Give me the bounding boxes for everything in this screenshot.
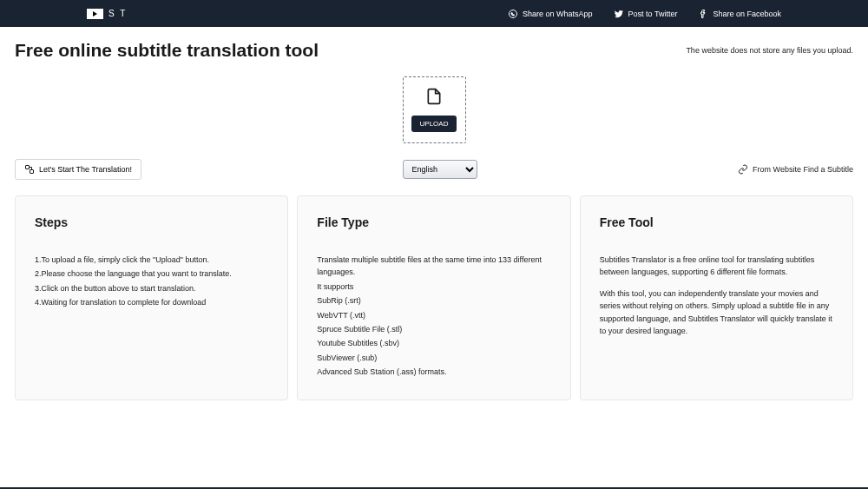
logo-text: S T: [108, 9, 127, 18]
freetool-p1: Subtitles Translator is a free online to…: [600, 254, 833, 279]
facebook-icon: [698, 9, 708, 19]
filetype-card: File Type Translate multiple subtitle fi…: [297, 195, 570, 400]
svg-rect-2: [30, 170, 34, 174]
upload-button[interactable]: UPLOAD: [411, 116, 457, 132]
step-item: 4.Waiting for translation to complete fo…: [35, 296, 268, 308]
cards-row: Steps 1.To upload a file, simply click t…: [15, 195, 853, 400]
find-subtitle-label: From Website Find a Subtitle: [753, 165, 853, 174]
start-button-label: Let's Start The Translation!: [39, 165, 132, 174]
translate-icon: [24, 164, 35, 175]
format-item: WebVTT (.vtt): [317, 309, 550, 321]
logo-play-icon: [87, 9, 103, 19]
format-item: Advanced Sub Station (.ass) formats.: [317, 366, 550, 378]
share-whatsapp-label: Share on WhatsApp: [523, 10, 593, 18]
filetype-intro: Translate multiple subtitle files at the…: [317, 254, 550, 279]
post-twitter-button[interactable]: Post to Twitter: [614, 9, 678, 19]
header-share-group: Share on WhatsApp Post to Twitter Share …: [508, 9, 781, 19]
find-subtitle-link[interactable]: From Website Find a Subtitle: [738, 164, 853, 175]
freetool-content: Subtitles Translator is a free online to…: [600, 254, 833, 337]
format-item: SubViewer (.sub): [317, 352, 550, 364]
upload-dropzone[interactable]: UPLOAD: [403, 76, 466, 143]
filetype-content: Translate multiple subtitle files at the…: [317, 254, 550, 379]
svg-point-0: [510, 10, 517, 17]
upload-area: UPLOAD: [15, 76, 853, 143]
whatsapp-icon: [508, 9, 518, 19]
storage-note: The website does not store any files you…: [686, 46, 853, 55]
step-item: 2.Please choose the language that you wa…: [35, 268, 268, 280]
filetype-title: File Type: [317, 215, 550, 229]
main-content: Free online subtitle translation tool Th…: [0, 27, 868, 435]
format-item: SubRip (.srt): [317, 294, 550, 307]
step-item: 3.Click on the button above to start tra…: [35, 282, 268, 294]
file-icon: [425, 88, 443, 109]
freetool-p2: With this tool, you can independently tr…: [600, 287, 833, 338]
freetool-title: Free Tool: [600, 215, 833, 229]
steps-title: Steps: [35, 215, 268, 229]
post-twitter-label: Post to Twitter: [628, 10, 678, 18]
header: S T Share on WhatsApp Post to Twitter Sh…: [0, 0, 868, 27]
svg-rect-1: [26, 166, 30, 169]
step-item: 1.To upload a file, simply click the "Up…: [35, 254, 268, 266]
title-row: Free online subtitle translation tool Th…: [15, 40, 853, 61]
controls-row: Let's Start The Translation! English Fro…: [15, 159, 853, 180]
twitter-icon: [614, 9, 624, 19]
start-translation-button[interactable]: Let's Start The Translation!: [15, 159, 141, 180]
format-item: Spruce Subtitle File (.stl): [317, 323, 550, 335]
link-icon: [738, 164, 748, 175]
share-facebook-label: Share on Facebook: [713, 10, 781, 18]
page-title: Free online subtitle translation tool: [15, 40, 319, 61]
steps-content: 1.To upload a file, simply click the "Up…: [35, 254, 268, 309]
format-item: Youtube Subtitles (.sbv): [317, 337, 550, 349]
filetype-supports: It supports: [317, 281, 550, 293]
language-select[interactable]: English: [403, 160, 477, 179]
logo[interactable]: S T: [87, 9, 127, 19]
share-facebook-button[interactable]: Share on Facebook: [698, 9, 781, 19]
steps-card: Steps 1.To upload a file, simply click t…: [15, 195, 288, 400]
share-whatsapp-button[interactable]: Share on WhatsApp: [508, 9, 593, 19]
freetool-card: Free Tool Subtitles Translator is a free…: [580, 195, 853, 400]
